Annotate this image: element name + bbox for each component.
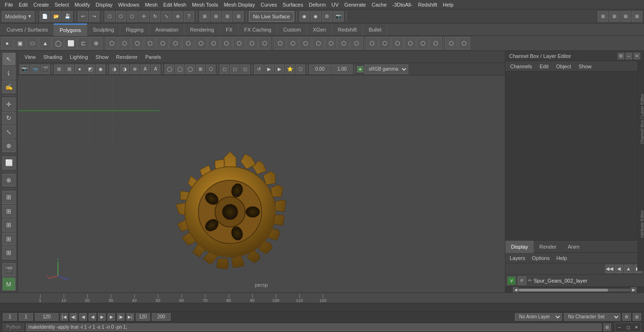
new-scene-btn[interactable]: 📄: [40, 11, 50, 22]
gear-object[interactable]: [155, 137, 305, 287]
snap-point-btn[interactable]: ⊞: [222, 11, 232, 22]
circularize-btn[interactable]: ⬡: [182, 37, 194, 49]
snap-btn[interactable]: ⊞: [2, 205, 16, 218]
channel-box-side-label[interactable]: Channel Box / Layer Editor: [638, 92, 644, 146]
vp-playblast-icon[interactable]: ▶: [264, 65, 274, 74]
preferences-btn[interactable]: ⚙: [622, 313, 631, 321]
menu-display[interactable]: Display: [93, 0, 116, 9]
cone-btn[interactable]: ▲: [39, 37, 51, 49]
modeling-dropdown[interactable]: Modeling ▾: [2, 11, 34, 22]
cut-btn[interactable]: ⬡: [338, 37, 350, 49]
menu-surfaces[interactable]: Surfaces: [280, 0, 306, 9]
go-start-btn[interactable]: |◀: [60, 313, 68, 321]
wedge-btn[interactable]: ⬡: [207, 37, 220, 49]
step-fwd-btn[interactable]: |▶: [117, 313, 124, 321]
menu-mesh[interactable]: Mesh: [142, 0, 160, 9]
vp-playblast2-icon[interactable]: ▶: [275, 65, 284, 74]
render-settings-btn[interactable]: ⚙: [322, 11, 332, 22]
viewport-renderer-menu[interactable]: Renderer: [113, 54, 140, 60]
tab-xgen[interactable]: XGen: [307, 24, 332, 36]
end-range2-input[interactable]: [152, 313, 171, 321]
append-poly-btn[interactable]: ⬡: [157, 37, 169, 49]
vp-shaded-icon[interactable]: ●: [75, 65, 84, 74]
redo-btn[interactable]: ↪: [89, 11, 99, 22]
vp-light-icon[interactable]: ◉: [96, 65, 105, 74]
frame-input2[interactable]: [19, 313, 33, 321]
python-label[interactable]: Python: [3, 324, 24, 331]
gamma-dropdown[interactable]: sRGB gamma: [364, 65, 408, 74]
menu-create[interactable]: Create: [31, 0, 52, 9]
layer-nav-prev-btn[interactable]: ◀: [615, 265, 623, 273]
scrollbar-track[interactable]: [519, 289, 631, 292]
snap-curve-btn[interactable]: ⊞: [211, 11, 221, 22]
tab-sculpting[interactable]: Sculpting: [87, 24, 120, 36]
viewport-panels-menu[interactable]: Panels: [142, 54, 164, 60]
layer-tab-render[interactable]: Render: [534, 241, 562, 253]
layers-menu[interactable]: Layers: [507, 255, 528, 261]
triangulate-btn[interactable]: ⬡: [404, 37, 416, 49]
anim-layer-dropdown[interactable]: No Anim Layer: [515, 313, 562, 321]
live-surface-btn[interactable]: No Live Surface: [249, 11, 294, 22]
smooth-btn[interactable]: ⬡: [220, 37, 232, 49]
vp-texture-icon[interactable]: ◩: [85, 65, 95, 74]
menu-3dto[interactable]: -3DtoAll-: [389, 0, 415, 9]
menu-windows[interactable]: Windows: [116, 0, 142, 9]
render-view-btn[interactable]: 🎬: [2, 263, 16, 276]
cmd-expand-btn[interactable]: ⊞: [603, 324, 611, 331]
play-back-btn[interactable]: ◀: [89, 313, 96, 321]
target-weld-btn[interactable]: ⬡: [325, 37, 337, 49]
ipr-btn[interactable]: ◉: [311, 11, 321, 22]
scale-tool-btn[interactable]: ⤡: [2, 125, 16, 138]
tab-bullet[interactable]: Bullet: [363, 24, 388, 36]
range-slider[interactable]: [35, 313, 58, 321]
poke-btn[interactable]: ⬡: [195, 37, 207, 49]
menu-generate[interactable]: Generate: [341, 0, 369, 9]
menu-uv[interactable]: UV: [329, 0, 341, 9]
soft-select-btn[interactable]: ⊕: [2, 174, 16, 186]
menu-file[interactable]: File: [2, 0, 16, 9]
end-range-input[interactable]: [136, 313, 150, 321]
lasso-btn[interactable]: ⬡: [116, 11, 126, 22]
shelf-btn1[interactable]: ⊞: [598, 11, 608, 22]
tab-custom[interactable]: Custom: [278, 24, 307, 36]
scale-btn[interactable]: ⤡: [161, 11, 172, 22]
snap3-btn[interactable]: ⊞: [2, 233, 16, 245]
slide-edge-btn[interactable]: ⬡: [312, 37, 324, 49]
menu-cache[interactable]: Cache: [369, 0, 389, 9]
menu-select[interactable]: Select: [52, 0, 72, 9]
menu-modify[interactable]: Modify: [72, 0, 92, 9]
offset-loop-btn[interactable]: ⬡: [299, 37, 312, 49]
undo-btn[interactable]: ↩: [78, 11, 88, 22]
vp-wire-icon[interactable]: ⊞: [65, 65, 74, 74]
vp-xray-icon[interactable]: ◯: [175, 65, 184, 74]
move-tool-btn[interactable]: ✛: [2, 97, 16, 110]
soft-mod-btn[interactable]: ?: [184, 11, 194, 22]
vp-xray-joint-icon[interactable]: ◯: [185, 65, 195, 74]
render-btn[interactable]: ◉: [299, 11, 310, 22]
vp-aa-icon[interactable]: A: [140, 65, 150, 74]
cube-btn[interactable]: ▣: [14, 37, 26, 49]
extrude-btn[interactable]: ⬡: [106, 37, 118, 49]
cb-object-menu[interactable]: Object: [553, 64, 574, 69]
menu-mesh-display[interactable]: Mesh Display: [221, 0, 258, 9]
collapse-btn[interactable]: ⬡: [233, 37, 245, 49]
snap-grid-btn[interactable]: ⊞: [199, 11, 210, 22]
snap2-btn[interactable]: ⊞: [2, 219, 16, 231]
tab-polygons[interactable]: Polygons: [54, 24, 87, 36]
step-back-btn[interactable]: ◀|: [70, 313, 77, 321]
cb-edit-menu[interactable]: Edit: [537, 64, 551, 69]
mirror-btn[interactable]: ⬡: [391, 37, 404, 49]
char-set-dropdown[interactable]: No Character Set: [564, 313, 620, 321]
translate-y-input[interactable]: [331, 65, 353, 74]
shelf-btn4[interactable]: ⊞: [632, 11, 642, 22]
panel-minimize-btn[interactable]: ─: [626, 53, 632, 59]
paint-sel-btn[interactable]: ✍: [2, 81, 16, 93]
viewport-view-menu[interactable]: View: [22, 54, 39, 60]
universal-tool-btn[interactable]: ⊕: [2, 139, 16, 152]
restore-btn[interactable]: ◻: [624, 324, 632, 331]
go-end-btn[interactable]: ▶|: [126, 313, 134, 321]
vp-ao-icon[interactable]: ◑: [120, 65, 129, 74]
layer-tab-display[interactable]: Display: [505, 241, 534, 253]
insert-loop-btn[interactable]: ⬡: [287, 37, 299, 49]
quick-sel-btn[interactable]: ⊞: [633, 313, 641, 321]
